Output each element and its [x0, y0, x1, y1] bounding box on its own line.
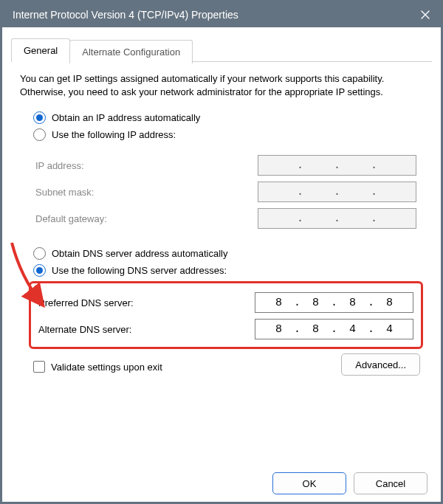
radio-icon[interactable] — [33, 264, 46, 277]
field-label: Subnet mask: — [35, 187, 95, 198]
field-preferred-dns: Preferred DNS server: 8. 8. 8. 8 — [38, 289, 413, 316]
titlebar: Internet Protocol Version 4 (TCP/IPv4) P… — [2, 2, 441, 27]
preferred-dns-input[interactable]: 8. 8. 8. 8 — [255, 292, 413, 313]
radio-label: Obtain DNS server address automatically — [52, 248, 227, 259]
field-subnet-mask: Subnet mask: . . . — [35, 179, 416, 205]
checkbox-label: Validate settings upon exit — [51, 362, 162, 373]
tab-general[interactable]: General — [11, 38, 70, 62]
radio-icon[interactable] — [33, 247, 46, 260]
cancel-button[interactable]: Cancel — [354, 472, 427, 494]
intro-text: You can get IP settings assigned automat… — [20, 72, 423, 98]
window-title: Internet Protocol Version 4 (TCP/IPv4) P… — [13, 9, 238, 21]
field-label: IP address: — [35, 160, 84, 171]
dns-group: Obtain DNS server address automatically … — [33, 247, 423, 349]
checkbox-icon[interactable] — [33, 361, 45, 373]
tab-alternate-configuration[interactable]: Alternate Configuration — [69, 40, 193, 63]
radio-icon[interactable] — [33, 128, 46, 141]
advanced-button[interactable]: Advanced... — [341, 353, 420, 376]
ip-address-input: . . . — [258, 155, 416, 176]
dns-highlight: Preferred DNS server: 8. 8. 8. 8 Alterna… — [29, 281, 423, 349]
radio-label: Use the following IP address: — [52, 129, 176, 140]
field-alternate-dns: Alternate DNS server: 8. 8. 4. 4 — [38, 316, 413, 342]
dialog-footer: OK Cancel — [272, 472, 427, 494]
dialog-content: You can get IP settings assigned automat… — [2, 62, 441, 386]
field-label: Preferred DNS server: — [38, 297, 134, 308]
radio-obtain-ip-auto[interactable]: Obtain an IP address automatically — [33, 111, 423, 124]
radio-label: Use the following DNS server addresses: — [52, 265, 227, 276]
subnet-mask-input: . . . — [258, 182, 416, 202]
radio-obtain-dns-auto[interactable]: Obtain DNS server address automatically — [33, 247, 423, 260]
field-label: Default gateway: — [35, 213, 107, 224]
close-icon[interactable] — [419, 8, 432, 21]
radio-use-dns-manual[interactable]: Use the following DNS server addresses: — [33, 264, 423, 277]
alternate-dns-input[interactable]: 8. 8. 4. 4 — [255, 319, 413, 339]
field-label: Alternate DNS server: — [38, 324, 131, 335]
radio-icon[interactable] — [33, 111, 46, 124]
radio-label: Obtain an IP address automatically — [52, 112, 200, 123]
ip-group: Obtain an IP address automatically Use t… — [33, 111, 423, 241]
field-ip-address: IP address: . . . — [35, 152, 416, 179]
default-gateway-input: . . . — [258, 208, 416, 229]
field-default-gateway: Default gateway: . . . — [35, 205, 416, 232]
tab-row: General Alternate Configuration — [11, 38, 432, 62]
radio-use-ip-manual[interactable]: Use the following IP address: — [33, 128, 423, 141]
ip-fields: IP address: . . . Subnet mask: . . . D — [29, 145, 423, 241]
ok-button[interactable]: OK — [272, 472, 346, 494]
